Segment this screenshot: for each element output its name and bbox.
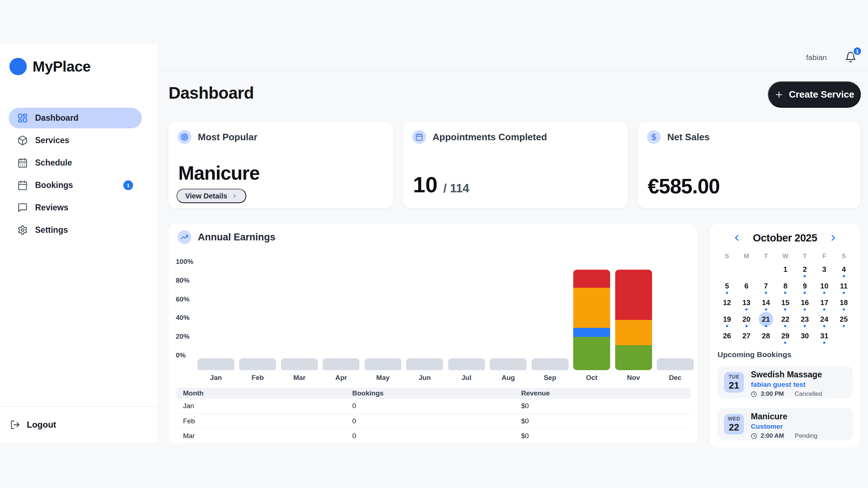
y-axis-tick: 0% [176, 351, 193, 359]
y-axis-tick: 40% [176, 314, 193, 322]
chart-column: Nov [615, 261, 652, 385]
booking-dot [784, 308, 786, 311]
calendar-day[interactable]: 18 [837, 295, 851, 312]
empty-month-bar [365, 358, 401, 370]
column-header: Revenue [515, 388, 691, 399]
calendar-day[interactable]: 23 [797, 312, 812, 329]
calendar-day[interactable]: 31 [817, 329, 831, 345]
x-axis-label: Jun [418, 374, 431, 382]
calendar-day[interactable]: 28 [759, 329, 773, 345]
booking-dot [804, 292, 806, 294]
booking-dot [784, 325, 786, 327]
booking-dot [765, 325, 767, 327]
stacked-bar [615, 270, 652, 370]
calendar-day[interactable]: 14 [759, 295, 773, 312]
calendar-next-button[interactable] [827, 232, 839, 244]
calendar-weekday-row: SMTWTFS [720, 253, 851, 260]
dashboard-page: MyPlace Dashboard Services Schedule Book… [0, 0, 868, 488]
booking-date-chip: WED 22 [724, 414, 744, 435]
trending-up-icon [178, 230, 191, 244]
net-sales-value: €585.00 [648, 174, 720, 198]
calendar-day[interactable]: 29 [778, 329, 792, 345]
view-details-button[interactable]: View Details [176, 189, 246, 203]
card-title: Net Sales [667, 132, 710, 143]
calendar-day[interactable]: 26 [720, 329, 734, 345]
calendar-days-icon [17, 158, 28, 168]
calendar-day[interactable]: 7 [759, 279, 773, 295]
calendar-day[interactable]: 3 [817, 262, 831, 279]
sidebar-item-reviews[interactable]: Reviews [9, 197, 142, 218]
sidebar-item-services[interactable]: Services [9, 130, 142, 151]
booking-service: Manicure [751, 412, 817, 421]
appointments-value: 10 / 114 [413, 172, 469, 197]
calendar-day[interactable]: 12 [720, 295, 734, 312]
booking-customer-link[interactable]: fabian guest test [751, 381, 822, 389]
username[interactable]: fabian [806, 53, 827, 62]
create-service-button[interactable]: Create Service [768, 81, 861, 108]
booking-service: Swedish Massage [751, 370, 822, 380]
sidebar-item-label: Services [35, 136, 69, 145]
sidebar-item-schedule[interactable]: Schedule [9, 153, 142, 173]
calendar-day[interactable]: 6 [739, 279, 754, 295]
booking-dot [784, 292, 786, 294]
chat-bubble-icon [17, 202, 28, 213]
booking-dot [843, 325, 845, 327]
logout-button[interactable]: Logout [0, 407, 158, 443]
chart-column: Sep [532, 261, 569, 385]
calendar-day[interactable]: 8 [778, 279, 792, 295]
calendar-day[interactable]: 20 [739, 312, 754, 329]
empty-month-bar [239, 358, 276, 370]
booking-dot [823, 325, 825, 327]
booking-dot [726, 292, 728, 294]
sidebar-item-settings[interactable]: Settings [9, 220, 142, 240]
chevron-right-icon [829, 233, 838, 243]
calendar-day[interactable]: 15 [778, 295, 792, 312]
calendar-day[interactable]: 9 [797, 279, 812, 295]
weekday-label: M [739, 253, 754, 260]
booking-item[interactable]: TUE 21 Swedish Massage fabian guest test… [718, 366, 853, 398]
weekday-label: S [837, 253, 851, 260]
booking-time: 3:00 PM [761, 390, 784, 398]
x-axis-label: Sep [544, 374, 556, 382]
calendar-day[interactable]: 25 [837, 312, 851, 329]
calendar-day[interactable]: 19 [720, 312, 734, 329]
calendar-day[interactable]: 10 [817, 279, 831, 295]
calendar-day[interactable]: 16 [797, 295, 812, 312]
calendar-day[interactable]: 27 [739, 329, 754, 345]
booking-dot [726, 325, 728, 327]
table-header-row: Month Bookings Revenue [176, 388, 691, 399]
calendar-prev-button[interactable] [731, 232, 743, 244]
calendar-day[interactable]: 4 [837, 262, 851, 279]
calendar-day[interactable]: 24 [817, 312, 831, 329]
page-title: Dashboard [169, 83, 254, 103]
earnings-table: Month Bookings Revenue Jan0$0Feb0$0Mar0$… [176, 388, 691, 444]
calendar-icon [17, 180, 28, 191]
booking-customer-link[interactable]: Customer [751, 423, 817, 431]
y-axis-tick: 80% [176, 277, 193, 284]
bar-segment [573, 337, 610, 370]
calendar-day[interactable]: 30 [797, 329, 812, 345]
weekday-label: F [817, 253, 831, 260]
table-row: Mar0$0 [176, 428, 691, 443]
booking-dot [745, 325, 748, 327]
notifications-button[interactable]: 1 [845, 51, 857, 64]
topbar: fabian 1 [158, 44, 868, 71]
calendar-day[interactable]: 13 [739, 295, 754, 312]
booking-item[interactable]: WED 22 Manicure Customer 2:00 AM Pending [718, 408, 853, 440]
clock-icon [751, 433, 757, 439]
sidebar-item-bookings[interactable]: Bookings 1 [9, 175, 142, 196]
y-axis-tick: 60% [176, 295, 193, 303]
calendar-day[interactable]: 21 [759, 312, 773, 329]
calendar-day[interactable]: 11 [837, 279, 851, 295]
chart-column: Jul [448, 261, 485, 385]
chart-column: Mar [281, 261, 318, 385]
calendar-day[interactable]: 5 [720, 279, 734, 295]
sidebar-item-dashboard[interactable]: Dashboard [9, 108, 142, 128]
x-axis-label: May [376, 374, 390, 382]
calendar-day[interactable]: 22 [778, 312, 792, 329]
booking-dot [823, 308, 825, 311]
calendar-day[interactable]: 1 [778, 262, 792, 279]
empty-month-bar [197, 358, 234, 370]
calendar-day[interactable]: 2 [797, 262, 812, 279]
calendar-day[interactable]: 17 [817, 295, 831, 312]
